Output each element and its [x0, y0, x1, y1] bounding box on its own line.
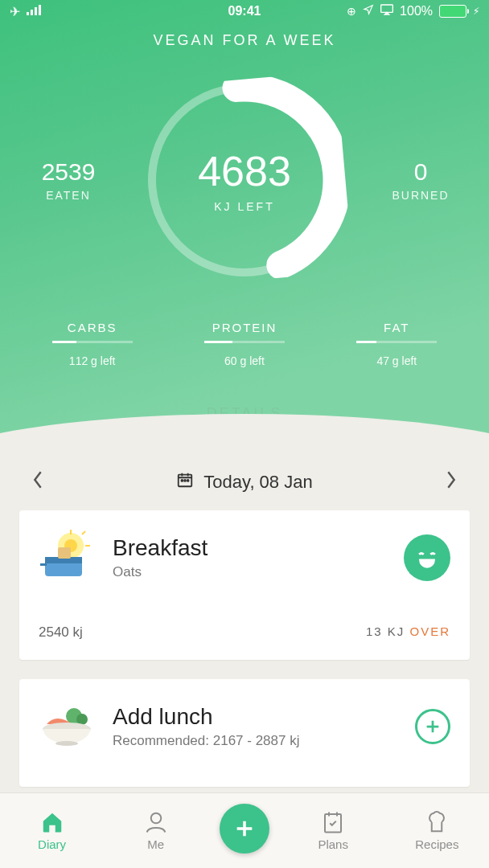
meal-mood-button[interactable] — [404, 534, 450, 581]
svg-point-8 — [182, 480, 183, 481]
burned-value: 0 — [368, 158, 473, 186]
tab-recipes[interactable]: Recipes — [397, 810, 477, 851]
meal-title: Add lunch — [113, 704, 415, 730]
eaten-stat: 2539 EATEN — [16, 158, 121, 202]
summary-header: ✈︎ 09:41 ⊕ 100% ⚡︎ VEGAN FOR A WEEK — [0, 0, 489, 446]
burned-stat: 0 BURNED — [368, 158, 473, 202]
macro-bar — [204, 341, 285, 343]
macro-fat[interactable]: FAT 47 g left — [340, 321, 453, 367]
meal-kj: 2540 kj — [39, 624, 83, 641]
tab-label: Recipes — [415, 837, 458, 851]
meal-subtitle: Oats — [113, 564, 404, 580]
meal-subtitle: Recommended: 2167 - 2887 kj — [113, 733, 415, 749]
toaster-icon — [39, 530, 95, 586]
macro-left: 60 g left — [188, 354, 301, 367]
battery-icon — [439, 5, 466, 18]
svg-point-9 — [184, 480, 186, 481]
svg-line-15 — [82, 531, 85, 534]
plan-title: VEGAN FOR A WEEK — [0, 32, 489, 49]
macro-carbs[interactable]: CARBS 112 g left — [36, 321, 149, 367]
meal-card-lunch[interactable]: Add lunch Recommended: 2167 - 2887 kj — [19, 679, 470, 787]
date-label[interactable]: Today, 08 Jan — [203, 472, 312, 493]
svg-point-23 — [55, 741, 78, 746]
add-meal-button[interactable] — [415, 709, 450, 744]
plus-icon — [220, 804, 269, 854]
details-button[interactable]: DETAILS — [0, 405, 489, 422]
macro-name: PROTEIN — [188, 321, 301, 334]
macros-row: CARBS 112 g left PROTEIN 60 g left FAT 4… — [0, 321, 489, 367]
status-bar: ✈︎ 09:41 ⊕ 100% ⚡︎ — [0, 0, 489, 23]
svg-rect-19 — [40, 563, 47, 566]
tab-plans[interactable]: Plans — [293, 810, 373, 851]
tab-me[interactable]: Me — [116, 810, 196, 851]
tab-label: Me — [147, 837, 164, 851]
energy-ring[interactable]: 4683 KJ LEFT — [144, 80, 345, 280]
tab-add[interactable] — [220, 804, 269, 858]
status-time: 09:41 — [0, 4, 489, 18]
macro-bar — [356, 341, 437, 343]
date-navigator: Today, 08 Jan — [0, 454, 489, 510]
eaten-value: 2539 — [16, 158, 121, 186]
calendar-icon — [176, 471, 194, 493]
macro-left: 47 g left — [340, 354, 453, 367]
kj-left-value: 4683 — [198, 147, 291, 195]
next-day-button[interactable] — [446, 471, 457, 493]
burned-label: BURNED — [368, 189, 473, 202]
svg-point-10 — [187, 480, 189, 481]
svg-point-21 — [76, 714, 88, 725]
eaten-label: EATEN — [16, 189, 121, 202]
meal-over: 13 KJ OVER — [366, 624, 450, 641]
tab-label: Plans — [318, 837, 348, 851]
macro-name: FAT — [340, 321, 453, 334]
kj-left-label: KJ LEFT — [214, 200, 274, 213]
bowl-icon — [39, 698, 95, 755]
prev-day-button[interactable] — [32, 471, 43, 493]
svg-rect-18 — [58, 547, 71, 559]
meal-card-breakfast[interactable]: Breakfast Oats 2540 kj 13 KJ OVER — [19, 510, 470, 660]
svg-point-24 — [151, 813, 162, 824]
tab-label: Diary — [38, 837, 66, 851]
tab-diary[interactable]: Diary — [12, 810, 92, 851]
macro-protein[interactable]: PROTEIN 60 g left — [188, 321, 301, 367]
macro-bar — [52, 341, 133, 343]
meal-title: Breakfast — [113, 535, 404, 561]
macro-left: 112 g left — [36, 354, 149, 367]
meals-list: Breakfast Oats 2540 kj 13 KJ OVER — [0, 510, 489, 840]
macro-name: CARBS — [36, 321, 149, 334]
tab-bar: Diary Me Plans Recipes — [0, 792, 489, 868]
